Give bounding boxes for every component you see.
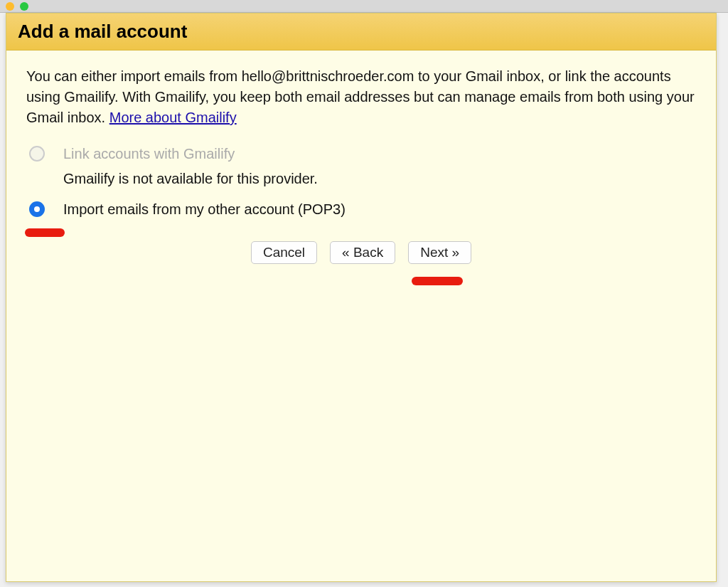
add-mail-account-dialog: Add a mail account You can either import… [6, 13, 717, 582]
intro-text-prefix: You can either import emails from [26, 68, 242, 84]
radio-gmailify-label: Link accounts with Gmailify [63, 144, 235, 164]
dialog-body: You can either import emails from hello@… [6, 51, 716, 280]
more-about-gmailify-link[interactable]: More about Gmailify [109, 110, 237, 125]
cancel-button[interactable]: Cancel [251, 241, 317, 264]
annotation-highlight-next [412, 277, 463, 285]
zoom-window-icon[interactable] [20, 2, 28, 11]
dialog-title: Add a mail account [18, 21, 705, 43]
dialog-button-row: Cancel « Back Next » [26, 241, 696, 264]
radio-gmailify-subtext: Gmailify is not available for this provi… [63, 169, 696, 189]
account-link-radio-group: Link accounts with Gmailify Gmailify is … [29, 144, 696, 220]
intro-email: hello@brittnischroeder.com [242, 68, 414, 84]
radio-row-gmailify: Link accounts with Gmailify [29, 144, 696, 164]
intro-paragraph: You can either import emails from hello@… [26, 66, 696, 128]
minimize-window-icon[interactable] [6, 2, 14, 11]
next-button[interactable]: Next » [408, 241, 471, 264]
radio-row-pop3[interactable]: Import emails from my other account (POP… [29, 199, 696, 220]
radio-gmailify [29, 146, 45, 162]
annotation-highlight-radio [25, 228, 65, 237]
radio-pop3[interactable] [29, 201, 45, 217]
radio-pop3-label: Import emails from my other account (POP… [63, 199, 346, 220]
window-titlebar [0, 0, 728, 13]
dialog-header: Add a mail account [6, 14, 716, 51]
back-button[interactable]: « Back [330, 241, 395, 264]
